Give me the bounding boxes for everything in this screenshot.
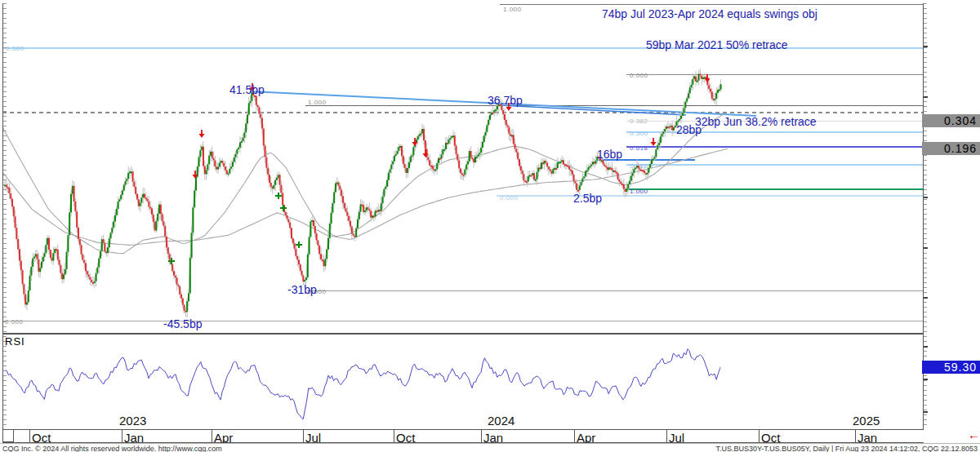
candle-body (359, 212, 360, 219)
candle-body (13, 206, 15, 216)
candle-body (488, 120, 489, 125)
annotation-swing-16bp[interactable]: 16bp (597, 148, 622, 161)
candle-body (169, 254, 171, 259)
candle-body (147, 199, 149, 202)
rsi-left-border (2, 335, 3, 429)
red-down-arrow-icon (506, 107, 512, 111)
candle-body (563, 160, 564, 164)
candle-body (464, 170, 466, 175)
candle-body (686, 98, 688, 101)
candle-body (269, 175, 270, 183)
candle-body (458, 160, 460, 168)
annotation-swing-41-5bp[interactable]: 41.5bp (229, 83, 265, 96)
candle-body (483, 135, 485, 142)
candle-body (344, 203, 345, 209)
candle-body (390, 165, 392, 170)
candle-body (248, 103, 250, 114)
candle-body (463, 175, 465, 176)
candle-body (41, 262, 42, 268)
candle-body (469, 151, 470, 162)
annotation-swing-minus31bp[interactable]: -31bp (287, 283, 317, 296)
annotation-retrace-59bp[interactable]: 59bp Mar 2021 50% retrace (646, 38, 788, 51)
candle-body (208, 156, 210, 165)
rsi-axis-tick (924, 379, 928, 380)
candle-body (24, 295, 26, 305)
candle-body (309, 237, 310, 254)
candle-body (552, 169, 554, 174)
candle-body (167, 247, 169, 254)
candle-body (250, 101, 252, 103)
candle-body (392, 162, 394, 165)
timeline-corner-box (2, 429, 14, 442)
candle-body (15, 216, 16, 228)
candle-body (482, 142, 483, 148)
candle-body (287, 215, 288, 219)
candle-body (611, 168, 612, 171)
candle-body (623, 184, 625, 189)
candle-body (537, 167, 539, 171)
candle-body (132, 171, 134, 182)
timeline-separator (855, 430, 856, 442)
candle-body (589, 166, 590, 167)
candle-body (607, 167, 608, 170)
candle-body (639, 169, 641, 171)
candle-body (107, 247, 109, 253)
candle-body (688, 93, 689, 98)
candle-body (35, 254, 37, 256)
candle-body (434, 170, 436, 171)
candle-body (302, 276, 304, 281)
candle-body (714, 99, 715, 100)
candle-body (257, 105, 259, 108)
candle-body (131, 171, 132, 173)
fib-level-label: 0.500 (630, 130, 648, 137)
year-label: 2025 (853, 414, 880, 428)
candle-body (140, 197, 142, 202)
candle-body (523, 174, 524, 180)
candle-body (405, 168, 407, 173)
annotation-swing-28bp[interactable]: 28bp (676, 123, 702, 136)
chart-canvas[interactable]: 1.0000.5001.0000.0000.3820.5000.6180.786… (0, 0, 980, 452)
candle-body (454, 135, 456, 145)
price-axis-tick (924, 197, 928, 198)
candle-body (83, 260, 85, 263)
candle-body (345, 208, 347, 211)
annotation-retrace-32bp[interactable]: 32bp Jun 38.2% retrace (695, 115, 817, 128)
red-down-arrow-icon (425, 149, 426, 153)
candle-body (70, 194, 72, 213)
candle-body (47, 238, 48, 245)
candle-body (122, 191, 123, 195)
candle-body (272, 187, 274, 189)
candle-body (114, 215, 116, 222)
candle-body (279, 175, 281, 184)
candle-body (368, 207, 369, 209)
candle-body (689, 87, 691, 93)
candle-body (243, 132, 245, 137)
candle-body (89, 277, 91, 279)
candle-body (191, 233, 193, 258)
candle-body (155, 221, 157, 231)
candle-body (557, 162, 559, 168)
candle-body (390, 169, 391, 172)
candle-body (581, 182, 582, 185)
annotation-swing-36-7bp[interactable]: 36.7bp (488, 94, 523, 107)
red-down-arrow-icon (414, 138, 416, 142)
candle-body (228, 173, 229, 175)
candle-body (88, 274, 90, 277)
candle-body (243, 138, 244, 141)
annotation-swing-minus45-5bp[interactable]: -45.5bp (163, 317, 202, 330)
candle-body (76, 211, 78, 228)
candle-body (225, 166, 226, 170)
timeline-separator (29, 430, 30, 442)
annotation-swing-objective[interactable]: 74bp Jul 2023-Apr 2024 equals swings obj (602, 7, 817, 20)
timeline-row[interactable]: OctJanAprJulOctJanAprJulOctJan (2, 429, 924, 443)
candle-body (236, 149, 238, 154)
candle-body (123, 184, 125, 190)
green-plus-marker-icon (298, 242, 300, 248)
annotation-swing-2-5bp[interactable]: 2.5bp (573, 192, 602, 205)
candle-body (655, 149, 657, 157)
red-down-arrow-icon (706, 74, 708, 78)
candle-body (617, 173, 619, 179)
scroll-right-arrow-icon[interactable]: ← (968, 428, 980, 441)
fib-level-label: 0.500 (6, 45, 24, 52)
candle-body (276, 178, 278, 180)
